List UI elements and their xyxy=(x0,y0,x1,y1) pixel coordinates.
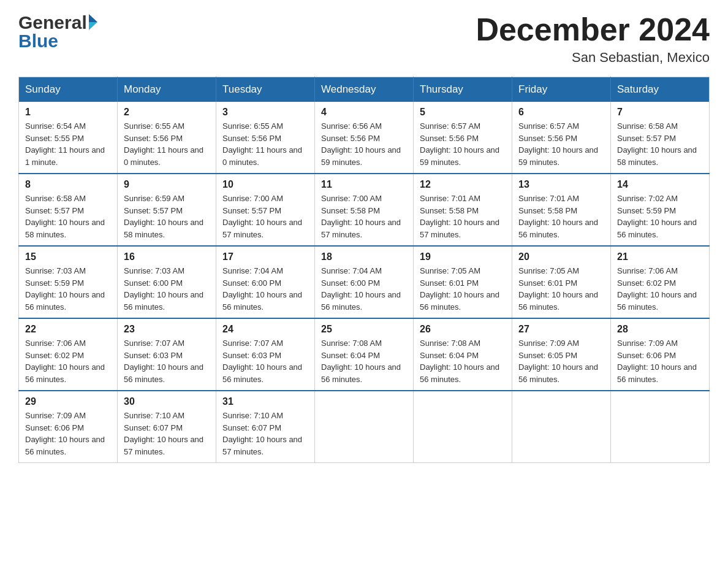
day-info: Sunrise: 7:01 AMSunset: 5:58 PMDaylight:… xyxy=(518,193,604,240)
calendar-cell: 2 Sunrise: 6:55 AMSunset: 5:56 PMDayligh… xyxy=(118,102,216,174)
calendar-cell: 20 Sunrise: 7:05 AMSunset: 6:01 PMDaylig… xyxy=(512,246,611,318)
calendar-header-friday: Friday xyxy=(512,77,611,102)
day-info: Sunrise: 6:54 AMSunset: 5:55 PMDaylight:… xyxy=(25,120,111,168)
calendar-week-row: 8 Sunrise: 6:58 AMSunset: 5:57 PMDayligh… xyxy=(19,174,710,246)
calendar-cell: 12 Sunrise: 7:01 AMSunset: 5:58 PMDaylig… xyxy=(414,174,512,246)
logo: General Blue xyxy=(18,12,97,52)
logo-blue-text: Blue xyxy=(18,31,58,52)
day-info: Sunrise: 6:58 AMSunset: 5:57 PMDaylight:… xyxy=(617,120,703,168)
day-number: 7 xyxy=(617,107,703,118)
calendar-header-row: SundayMondayTuesdayWednesdayThursdayFrid… xyxy=(19,77,710,102)
day-info: Sunrise: 7:01 AMSunset: 5:58 PMDaylight:… xyxy=(420,193,506,240)
day-number: 27 xyxy=(518,324,604,335)
calendar-cell xyxy=(315,391,414,463)
day-number: 26 xyxy=(420,324,506,335)
day-number: 8 xyxy=(25,179,111,190)
day-number: 17 xyxy=(222,251,308,262)
day-number: 30 xyxy=(124,396,210,407)
day-info: Sunrise: 7:09 AMSunset: 6:05 PMDaylight:… xyxy=(518,337,604,385)
day-info: Sunrise: 6:59 AMSunset: 5:57 PMDaylight:… xyxy=(124,193,210,240)
calendar-cell: 13 Sunrise: 7:01 AMSunset: 5:58 PMDaylig… xyxy=(512,174,611,246)
day-number: 16 xyxy=(124,251,210,262)
calendar-cell xyxy=(512,391,611,463)
day-info: Sunrise: 7:00 AMSunset: 5:58 PMDaylight:… xyxy=(321,193,407,240)
day-number: 28 xyxy=(617,324,703,335)
day-info: Sunrise: 7:03 AMSunset: 6:00 PMDaylight:… xyxy=(124,265,210,313)
day-number: 20 xyxy=(518,251,604,262)
calendar-cell: 9 Sunrise: 6:59 AMSunset: 5:57 PMDayligh… xyxy=(118,174,216,246)
logo-general-text: General xyxy=(18,12,87,33)
calendar-cell: 8 Sunrise: 6:58 AMSunset: 5:57 PMDayligh… xyxy=(19,174,118,246)
calendar-cell: 26 Sunrise: 7:08 AMSunset: 6:04 PMDaylig… xyxy=(414,318,512,391)
calendar-cell: 19 Sunrise: 7:05 AMSunset: 6:01 PMDaylig… xyxy=(414,246,512,318)
day-number: 15 xyxy=(25,251,111,262)
calendar-week-row: 22 Sunrise: 7:06 AMSunset: 6:02 PMDaylig… xyxy=(19,318,710,391)
day-info: Sunrise: 7:06 AMSunset: 6:02 PMDaylight:… xyxy=(25,337,111,385)
day-number: 14 xyxy=(617,179,703,190)
day-info: Sunrise: 7:07 AMSunset: 6:03 PMDaylight:… xyxy=(124,337,210,385)
calendar-cell: 17 Sunrise: 7:04 AMSunset: 6:00 PMDaylig… xyxy=(216,246,315,318)
day-info: Sunrise: 6:58 AMSunset: 5:57 PMDaylight:… xyxy=(25,193,111,240)
title-section: December 2024 San Sebastian, Mexico xyxy=(476,12,710,66)
calendar-cell: 23 Sunrise: 7:07 AMSunset: 6:03 PMDaylig… xyxy=(118,318,216,391)
calendar-header-monday: Monday xyxy=(118,77,216,102)
day-number: 1 xyxy=(25,107,111,118)
day-info: Sunrise: 7:05 AMSunset: 6:01 PMDaylight:… xyxy=(518,265,604,313)
calendar-week-row: 1 Sunrise: 6:54 AMSunset: 5:55 PMDayligh… xyxy=(19,102,710,174)
calendar-cell: 27 Sunrise: 7:09 AMSunset: 6:05 PMDaylig… xyxy=(512,318,611,391)
day-number: 11 xyxy=(321,179,407,190)
calendar-week-row: 15 Sunrise: 7:03 AMSunset: 5:59 PMDaylig… xyxy=(19,246,710,318)
day-number: 29 xyxy=(25,396,111,407)
day-number: 22 xyxy=(25,324,111,335)
calendar-cell: 5 Sunrise: 6:57 AMSunset: 5:56 PMDayligh… xyxy=(414,102,512,174)
calendar-cell: 30 Sunrise: 7:10 AMSunset: 6:07 PMDaylig… xyxy=(118,391,216,463)
calendar-cell xyxy=(414,391,512,463)
day-info: Sunrise: 7:06 AMSunset: 6:02 PMDaylight:… xyxy=(617,265,703,313)
calendar-cell: 25 Sunrise: 7:08 AMSunset: 6:04 PMDaylig… xyxy=(315,318,414,391)
day-number: 18 xyxy=(321,251,407,262)
calendar-cell: 18 Sunrise: 7:04 AMSunset: 6:00 PMDaylig… xyxy=(315,246,414,318)
month-year-title: December 2024 xyxy=(476,12,710,47)
calendar-cell: 15 Sunrise: 7:03 AMSunset: 5:59 PMDaylig… xyxy=(19,246,118,318)
day-number: 19 xyxy=(420,251,506,262)
calendar-header-thursday: Thursday xyxy=(414,77,512,102)
calendar-cell: 3 Sunrise: 6:55 AMSunset: 5:56 PMDayligh… xyxy=(216,102,315,174)
day-number: 6 xyxy=(518,107,604,118)
calendar-header-saturday: Saturday xyxy=(611,77,710,102)
day-number: 3 xyxy=(222,107,308,118)
day-info: Sunrise: 6:56 AMSunset: 5:56 PMDaylight:… xyxy=(321,120,407,168)
day-number: 21 xyxy=(617,251,703,262)
day-number: 5 xyxy=(420,107,506,118)
day-info: Sunrise: 7:04 AMSunset: 6:00 PMDaylight:… xyxy=(222,265,308,313)
day-info: Sunrise: 7:04 AMSunset: 6:00 PMDaylight:… xyxy=(321,265,407,313)
calendar-cell: 31 Sunrise: 7:10 AMSunset: 6:07 PMDaylig… xyxy=(216,391,315,463)
day-info: Sunrise: 7:08 AMSunset: 6:04 PMDaylight:… xyxy=(321,337,407,385)
day-info: Sunrise: 7:02 AMSunset: 5:59 PMDaylight:… xyxy=(617,193,703,240)
calendar-cell: 28 Sunrise: 7:09 AMSunset: 6:06 PMDaylig… xyxy=(611,318,710,391)
calendar-header-wednesday: Wednesday xyxy=(315,77,414,102)
calendar-cell: 6 Sunrise: 6:57 AMSunset: 5:56 PMDayligh… xyxy=(512,102,611,174)
calendar-cell: 29 Sunrise: 7:09 AMSunset: 6:06 PMDaylig… xyxy=(19,391,118,463)
day-info: Sunrise: 6:57 AMSunset: 5:56 PMDaylight:… xyxy=(420,120,506,168)
day-info: Sunrise: 7:10 AMSunset: 6:07 PMDaylight:… xyxy=(222,410,308,458)
day-number: 4 xyxy=(321,107,407,118)
day-info: Sunrise: 6:55 AMSunset: 5:56 PMDaylight:… xyxy=(124,120,210,168)
day-number: 25 xyxy=(321,324,407,335)
day-number: 12 xyxy=(420,179,506,190)
day-info: Sunrise: 7:05 AMSunset: 6:01 PMDaylight:… xyxy=(420,265,506,313)
day-info: Sunrise: 7:09 AMSunset: 6:06 PMDaylight:… xyxy=(25,410,111,458)
calendar-week-row: 29 Sunrise: 7:09 AMSunset: 6:06 PMDaylig… xyxy=(19,391,710,463)
calendar-cell: 10 Sunrise: 7:00 AMSunset: 5:57 PMDaylig… xyxy=(216,174,315,246)
day-number: 2 xyxy=(124,107,210,118)
day-info: Sunrise: 7:07 AMSunset: 6:03 PMDaylight:… xyxy=(222,337,308,385)
day-number: 9 xyxy=(124,179,210,190)
calendar-header-sunday: Sunday xyxy=(19,77,118,102)
calendar-cell: 11 Sunrise: 7:00 AMSunset: 5:58 PMDaylig… xyxy=(315,174,414,246)
calendar-header-tuesday: Tuesday xyxy=(216,77,315,102)
calendar-cell: 7 Sunrise: 6:58 AMSunset: 5:57 PMDayligh… xyxy=(611,102,710,174)
day-info: Sunrise: 6:55 AMSunset: 5:56 PMDaylight:… xyxy=(222,120,308,168)
calendar-table: SundayMondayTuesdayWednesdayThursdayFrid… xyxy=(18,77,710,463)
calendar-cell: 16 Sunrise: 7:03 AMSunset: 6:00 PMDaylig… xyxy=(118,246,216,318)
calendar-cell: 21 Sunrise: 7:06 AMSunset: 6:02 PMDaylig… xyxy=(611,246,710,318)
day-number: 10 xyxy=(222,179,308,190)
